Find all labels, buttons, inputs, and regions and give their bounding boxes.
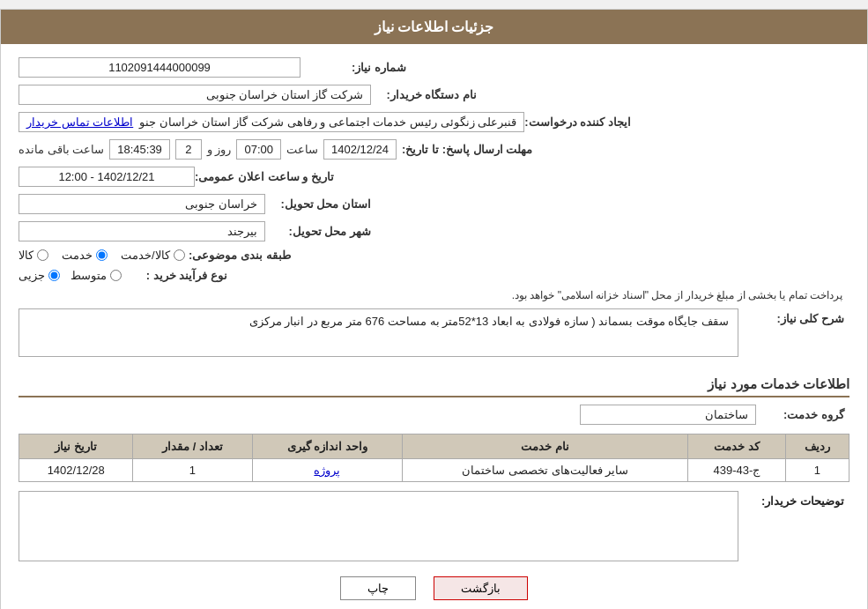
content-area: شماره نیاز: 1102091444000099 نام دستگاه … — [1, 44, 867, 609]
purchase-type-group: متوسط جزیی — [19, 269, 122, 282]
category-kala-khadamat-item: کالا/خدمت — [121, 249, 185, 262]
remaining-time: 18:45:39 — [109, 139, 170, 160]
purchase-note-row: پرداخت تمام یا بخشی از مبلغ خریدار از مح… — [19, 289, 849, 301]
category-khadamat-label: خدمت — [62, 249, 93, 262]
purchase-type-row: نوع فرآیند خرید : متوسط جزیی — [19, 269, 849, 282]
purchase-mottaset-item: متوسط — [70, 269, 122, 282]
service-group-label: گروه خدمت: — [756, 408, 844, 421]
deadline-row: مهلت ارسال پاسخ: تا تاریخ: 1402/12/24 سا… — [19, 139, 849, 160]
col-header-qty: تعداد / مقدار — [133, 434, 252, 459]
buyer-name-label: نام دستگاه خریدار: — [371, 88, 477, 101]
requester-label: ایجاد کننده درخواست: — [524, 115, 631, 129]
cell-date: 1402/12/28 — [19, 459, 133, 482]
purchase-mottaset-radio[interactable] — [110, 270, 122, 281]
request-number-label: شماره نیاز: — [300, 61, 406, 74]
deadline-time-label: ساعت — [286, 143, 318, 156]
province-row: استان محل تحویل: خراسان جنوبی — [19, 194, 849, 214]
category-label: طبقه بندی موضوعی: — [185, 249, 291, 262]
description-section: شرح کلی نیاز: سقف جایگاه موقت بسماند ( س… — [19, 308, 849, 366]
city-label: شهر محل تحویل: — [265, 225, 371, 238]
request-number-value: 1102091444000099 — [19, 57, 300, 78]
category-khadamat-item: خدمت — [62, 249, 108, 262]
remarks-wrapper — [19, 491, 738, 564]
buyer-name-value: شرکت گاز استان خراسان جنوبی — [19, 85, 371, 105]
col-header-unit: واحد اندازه گیری — [252, 434, 403, 459]
category-radio-group: کالا/خدمت خدمت کالا — [19, 249, 185, 262]
city-row: شهر محل تحویل: بیرجند — [19, 221, 849, 241]
services-table: ردیف کد خدمت نام خدمت واحد اندازه گیری ت… — [19, 434, 849, 482]
cell-name: سایر فعالیت‌های تخصصی ساختمان — [403, 459, 688, 482]
purchase-mottaset-label: متوسط — [70, 269, 107, 282]
purchase-type-label: نوع فرآیند خرید : — [122, 269, 227, 282]
announce-row: تاریخ و ساعت اعلان عمومی: 1402/12/21 - 1… — [19, 167, 849, 187]
category-khadamat-radio[interactable] — [96, 249, 108, 261]
page-title: جزئیات اطلاعات نیاز — [375, 19, 494, 34]
category-kala-item: کالا — [19, 249, 48, 262]
requester-row: ایجاد کننده درخواست: قنبرعلی زنگوئی رئیس… — [19, 112, 849, 132]
back-button[interactable]: بازگشت — [434, 576, 528, 600]
deadline-time: 07:00 — [236, 139, 281, 160]
remarks-section: توضیحات خریدار: — [19, 491, 849, 564]
city-value: بیرجند — [19, 221, 265, 241]
category-kala-khadamat-label: کالا/خدمت — [121, 249, 170, 262]
deadline-label: مهلت ارسال پاسخ: تا تاریخ: — [402, 143, 532, 156]
province-value: خراسان جنوبی — [19, 194, 265, 214]
category-row: طبقه بندی موضوعی: کالا/خدمت خدمت کالا — [19, 249, 849, 262]
category-kala-khadamat-radio[interactable] — [174, 249, 185, 261]
request-number-row: شماره نیاز: 1102091444000099 — [19, 57, 849, 78]
service-group-value: ساختمان — [580, 405, 756, 425]
page-wrapper: جزئیات اطلاعات نیاز شماره نیاز: 11020914… — [0, 9, 868, 609]
col-header-date: تاریخ نیاز — [19, 434, 133, 459]
province-label: استان محل تحویل: — [265, 197, 371, 211]
cell-code: ج-43-439 — [688, 459, 785, 482]
category-kala-radio[interactable] — [37, 249, 48, 261]
print-button[interactable]: چاپ — [340, 576, 416, 600]
cell-row: 1 — [785, 459, 849, 482]
buyer-name-row: نام دستگاه خریدار: شرکت گاز استان خراسان… — [19, 85, 849, 105]
purchase-note: پرداخت تمام یا بخشی از مبلغ خریدار از مح… — [512, 289, 842, 301]
cell-qty: 1 — [133, 459, 252, 482]
remarks-textarea[interactable] — [19, 491, 738, 561]
buttons-row: بازگشت چاپ — [19, 576, 849, 600]
services-table-header: ردیف کد خدمت نام خدمت واحد اندازه گیری ت… — [19, 434, 849, 459]
services-table-header-row: ردیف کد خدمت نام خدمت واحد اندازه گیری ت… — [19, 434, 849, 459]
cell-unit: پروژه — [252, 459, 403, 482]
announce-value: 1402/12/21 - 12:00 — [19, 167, 195, 187]
description-label: شرح کلی نیاز: — [738, 308, 844, 325]
requester-contact-link[interactable]: اطلاعات تماس خریدار — [26, 115, 133, 129]
category-kala-label: کالا — [19, 249, 33, 262]
col-header-code: کد خدمت — [688, 434, 785, 459]
service-group-row: گروه خدمت: ساختمان — [19, 405, 849, 425]
remaining-days: 2 — [175, 139, 202, 160]
col-header-name: نام خدمت — [403, 434, 688, 459]
purchase-jezvi-label: جزیی — [19, 269, 45, 282]
remaining-time-label: ساعت باقی مانده — [19, 143, 104, 156]
remaining-days-label: روز و — [207, 143, 232, 156]
page-header: جزئیات اطلاعات نیاز — [1, 10, 867, 44]
requester-value: قنبرعلی زنگوئی رئیس خدمات اجتماعی و رفاه… — [19, 112, 524, 132]
col-header-row: ردیف — [785, 434, 849, 459]
deadline-date: 1402/12/24 — [323, 139, 397, 160]
description-value: سقف جایگاه موقت بسماند ( سازه فولادی به … — [19, 308, 738, 357]
table-row: 1 ج-43-439 سایر فعالیت‌های تخصصی ساختمان… — [19, 459, 849, 482]
announce-label: تاریخ و ساعت اعلان عمومی: — [195, 170, 334, 183]
services-section-title: اطلاعات خدمات مورد نیاز — [19, 376, 849, 397]
purchase-jezvi-radio[interactable] — [48, 270, 60, 281]
purchase-jezvi-item: جزیی — [19, 269, 60, 282]
services-table-body: 1 ج-43-439 سایر فعالیت‌های تخصصی ساختمان… — [19, 459, 849, 482]
remarks-label: توضیحات خریدار: — [738, 491, 844, 508]
